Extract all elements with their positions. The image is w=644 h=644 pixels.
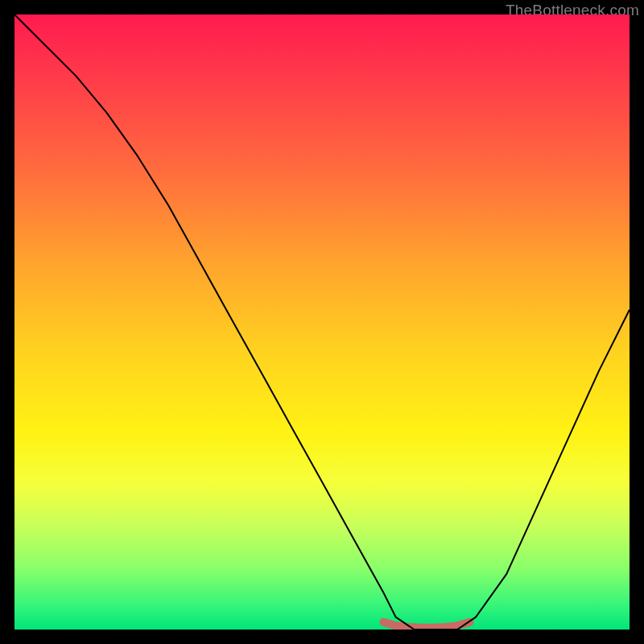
plot-area bbox=[14, 14, 630, 630]
chart-svg bbox=[14, 14, 630, 630]
chart-frame: TheBottleneck.com bbox=[0, 0, 644, 644]
bottleneck-curve-path bbox=[14, 14, 630, 630]
floor-marker-path bbox=[383, 622, 469, 628]
